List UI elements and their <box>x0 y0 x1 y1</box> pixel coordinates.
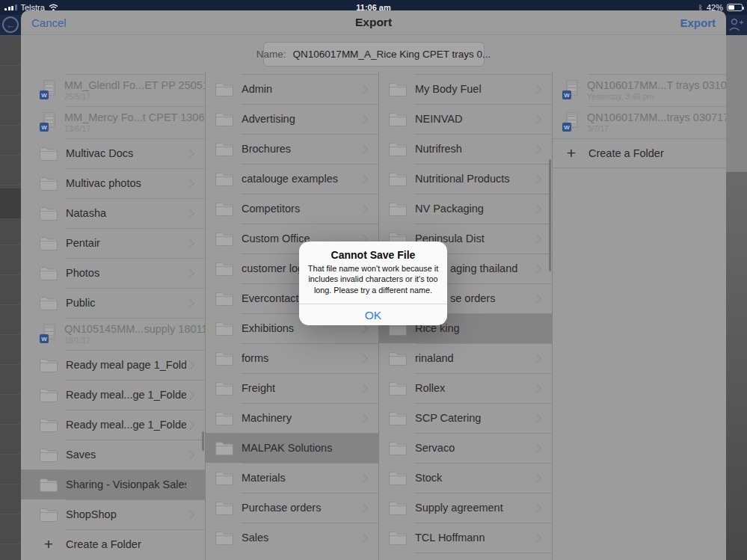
folder-label: rinaland <box>415 352 533 364</box>
folder-icon <box>215 438 234 458</box>
folder-row[interactable]: Rollex <box>379 373 552 403</box>
file-row[interactable]: WQN106017MM...trays 0307173/7/17 <box>553 106 726 138</box>
folder-row[interactable]: Materials <box>206 463 378 493</box>
folder-label: Machinery <box>242 412 360 424</box>
folder-label: Multivac photos <box>66 177 186 189</box>
file-row[interactable]: WMM_Mercy Fo...t CPET 13061713/6/17 <box>21 106 205 138</box>
chevron-right-icon <box>185 268 194 278</box>
folder-row[interactable]: Machinery <box>206 403 378 433</box>
folder-icon <box>388 79 408 99</box>
folder-row[interactable]: NEINVAD <box>379 104 552 134</box>
word-file-icon: W <box>39 80 57 100</box>
folder-row[interactable]: Ready meal...ge 1_Folder 1 <box>21 410 205 440</box>
folder-row[interactable]: ShopShop <box>21 499 205 529</box>
folder-row[interactable]: Nutritional Products <box>379 164 552 194</box>
folder-row[interactable]: catalouge examples <box>206 164 378 194</box>
folder-icon <box>215 139 234 159</box>
chevron-right-icon <box>185 510 194 520</box>
folder-icon <box>215 468 234 488</box>
folder-icon <box>388 348 408 369</box>
folder-label: Admin <box>242 83 360 95</box>
alert-title: Cannot Save File <box>305 249 441 261</box>
folder-row[interactable]: Servaco <box>379 433 552 463</box>
chevron-right-icon <box>532 294 541 304</box>
folder-icon <box>215 79 234 99</box>
folder-row[interactable]: Brochures <box>206 134 378 164</box>
add-person-icon <box>728 17 744 35</box>
filename-input[interactable]: Name: QN106017MM_A_Rice King CPET trays … <box>263 42 485 67</box>
folder-row[interactable]: Natasha <box>21 198 205 228</box>
cannot-save-alert: Cannot Save File That file name won't wo… <box>299 241 447 325</box>
folder-row[interactable]: Competitors <box>206 194 378 224</box>
name-field-value: QN106017MM_A_Rice King CPET trays 0... <box>293 49 491 60</box>
chevron-right-icon <box>532 503 541 513</box>
file-title: QN105145MM...supply 180117 <box>64 323 205 335</box>
folder-icon <box>39 173 58 194</box>
file-row[interactable]: WQN105145MM...supply 18011718/1/17 <box>21 318 205 350</box>
file-row[interactable]: WQN106017MM...T trays 031017Yesterday, 3… <box>553 74 726 106</box>
folder-row[interactable]: Saves <box>21 440 205 470</box>
folder-icon <box>388 139 408 159</box>
cancel-button[interactable]: Cancel <box>31 16 67 29</box>
chevron-right-icon <box>185 390 194 400</box>
folder-row[interactable]: Stock <box>379 463 552 493</box>
folder-row[interactable]: Supply agreement <box>379 493 552 523</box>
folder-row[interactable]: forms <box>206 343 378 373</box>
folder-row[interactable]: Freight <box>206 373 378 403</box>
folder-icon <box>215 319 234 339</box>
folder-row[interactable]: Sharing - Visionpak Sales <box>21 470 205 499</box>
folder-label: Freight <box>242 382 360 394</box>
column-scrollbar[interactable] <box>202 431 204 451</box>
folder-row[interactable]: Multivac photos <box>21 168 205 198</box>
folder-label: Ready meal...ge 1_Folder 1 <box>66 419 186 431</box>
folder-row[interactable]: rinaland <box>379 343 552 373</box>
folder-label: Supply agreement <box>415 502 533 514</box>
folder-row[interactable]: SCP Catering <box>379 403 552 433</box>
folder-label: Natasha <box>66 207 186 219</box>
create-folder-button[interactable]: +Create a Folder <box>553 138 726 168</box>
folder-row[interactable] <box>379 553 552 560</box>
alert-message: That file name won't work because it inc… <box>304 263 443 295</box>
folder-row[interactable]: MALPAK Solutions <box>206 433 378 463</box>
column-scrollbar[interactable] <box>549 159 551 271</box>
folder-label: Nutrifresh <box>415 143 533 155</box>
folder-row[interactable]: Multivac Docs <box>21 138 205 168</box>
folder-row[interactable]: Admin <box>206 74 378 104</box>
folder-row[interactable]: My Body Fuel <box>379 74 552 104</box>
back-circle-icon: ← <box>2 16 19 33</box>
ok-button[interactable]: OK <box>299 304 447 325</box>
chevron-right-icon <box>185 149 194 159</box>
folder-icon <box>215 109 234 129</box>
folder-row[interactable]: TCL Hoffmann <box>379 523 552 553</box>
chevron-right-icon <box>532 264 541 274</box>
folder-label: Pentair <box>66 237 186 249</box>
folder-label: Purchase orders <box>242 502 360 514</box>
folder-label: SCP Catering <box>415 412 533 424</box>
folder-row[interactable]: Photos <box>21 258 205 288</box>
folder-row[interactable]: Purchase orders <box>206 493 378 523</box>
chevron-right-icon <box>185 420 194 430</box>
folder-row[interactable]: Ready meal...ge 1_Folder 0 <box>21 380 205 410</box>
folder-icon <box>215 259 234 279</box>
folder-icon <box>388 528 408 548</box>
folder-row[interactable]: Advertising <box>206 104 378 134</box>
folder-row[interactable]: Nutrifresh <box>379 134 552 164</box>
folder-row[interactable]: Ready meal page 1_Folder <box>21 350 205 380</box>
file-title: QN106017MM...T trays 031017 <box>587 79 726 91</box>
folder-label: Ready meal...ge 1_Folder 0 <box>66 389 186 401</box>
folder-icon <box>215 169 234 189</box>
folder-row[interactable]: NV Packaging <box>379 194 552 224</box>
export-button[interactable]: Export <box>680 16 716 29</box>
folder-label: NV Packaging <box>415 203 533 215</box>
chevron-right-icon <box>358 473 368 483</box>
chevron-right-icon <box>532 384 541 393</box>
create-folder-button[interactable]: +Create a Folder <box>21 529 205 559</box>
file-row[interactable]: WMM_Glendl Fo...ET PP 25051725/5/17 <box>21 74 205 106</box>
folder-row[interactable]: Public <box>21 288 205 318</box>
chevron-right-icon <box>358 533 368 543</box>
folder-row[interactable]: Pentair <box>21 228 205 258</box>
folder-label: Nutritional Products <box>415 173 533 185</box>
folder-icon <box>215 199 234 219</box>
folder-row[interactable]: Sales <box>206 523 378 553</box>
folder-icon <box>39 293 58 313</box>
